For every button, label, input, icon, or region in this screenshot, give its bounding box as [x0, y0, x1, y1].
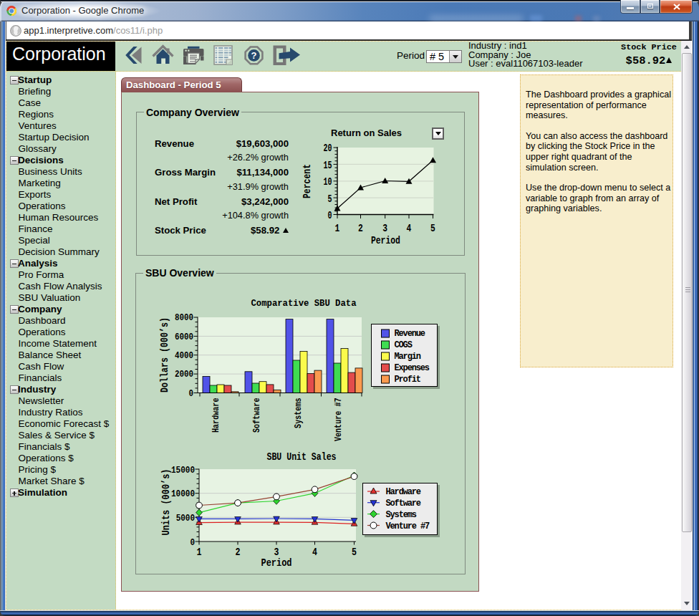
svg-text:1: 1 — [197, 547, 202, 559]
svg-text:3: 3 — [274, 547, 279, 559]
svg-text:?: ? — [251, 50, 257, 61]
svg-text:5000: 5000 — [176, 513, 195, 524]
svg-text:10: 10 — [324, 176, 332, 188]
svg-text:10000: 10000 — [171, 489, 195, 499]
svg-text:Units (000’s): Units (000’s) — [160, 469, 173, 536]
svg-text:Venture #7: Venture #7 — [334, 398, 344, 442]
svg-text:3: 3 — [382, 223, 387, 235]
svg-text:0: 0 — [328, 210, 332, 222]
svg-text:4: 4 — [407, 223, 412, 235]
svg-text:1: 1 — [335, 223, 340, 235]
svg-text:15000: 15000 — [171, 465, 195, 476]
svg-text:Hardware: Hardware — [211, 398, 221, 433]
svg-text:Systems: Systems — [294, 398, 304, 428]
svg-text:4000: 4000 — [175, 351, 193, 361]
svg-text:Period: Period — [261, 557, 292, 569]
svg-text:2: 2 — [236, 547, 241, 559]
svg-text:5: 5 — [328, 193, 332, 206]
svg-text:0: 0 — [189, 389, 194, 399]
svg-text:8000: 8000 — [175, 313, 193, 323]
svg-text:Dollars (000’s): Dollars (000’s) — [159, 317, 171, 393]
svg-text:Comparative SBU Data: Comparative SBU Data — [251, 299, 357, 309]
svg-text:Period: Period — [371, 235, 400, 247]
svg-text:5: 5 — [352, 547, 357, 559]
svg-text:15: 15 — [324, 160, 332, 172]
svg-text:SBU Unit Sales: SBU Unit Sales — [267, 451, 337, 463]
svg-text:Software: Software — [252, 398, 262, 433]
svg-text:6000: 6000 — [175, 332, 193, 342]
svg-text:0: 0 — [190, 537, 195, 548]
svg-text:4: 4 — [312, 547, 317, 559]
svg-text:20: 20 — [324, 143, 332, 155]
svg-text:2: 2 — [358, 223, 363, 235]
svg-text:2000: 2000 — [175, 370, 193, 380]
svg-text:5: 5 — [430, 223, 435, 235]
svg-text:Percent: Percent — [302, 164, 314, 198]
